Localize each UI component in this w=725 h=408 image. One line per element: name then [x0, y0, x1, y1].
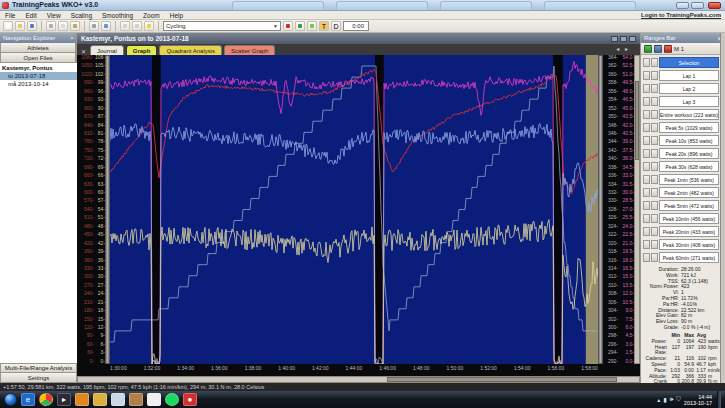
child-close-icon[interactable]	[629, 36, 636, 42]
range-color-cell[interactable]	[651, 149, 658, 158]
child-maximize-icon[interactable]	[620, 36, 627, 42]
tab-quadrant-analysis[interactable]: Quadrant Analysis	[159, 45, 222, 55]
menu-smoothing[interactable]: Smoothing	[97, 12, 138, 19]
range-color-cell[interactable]	[651, 71, 658, 80]
menu-scaling[interactable]: Scaling	[66, 12, 97, 19]
range-item-1[interactable]: Lap 1	[642, 69, 720, 82]
range-item-13[interactable]: Peak 20min (433 watts)	[642, 225, 720, 238]
range-item-11[interactable]: Peak 5min (472 watts)	[642, 199, 720, 212]
range-checkbox[interactable]	[643, 162, 650, 171]
horizontal-scrollbar[interactable]	[77, 376, 640, 383]
toolbar-display-D-button[interactable]: D	[331, 21, 341, 31]
menu-file[interactable]: File	[0, 12, 20, 19]
range-color-cell[interactable]	[651, 188, 658, 197]
range-checkbox[interactable]	[643, 214, 650, 223]
show-desktop-button[interactable]	[717, 391, 721, 408]
toolbar-delete-red-button[interactable]	[283, 21, 293, 31]
taskbar-icon-photo-viewer[interactable]	[111, 393, 125, 406]
range-color-cell[interactable]	[651, 123, 658, 132]
open-files-button[interactable]: Open Files	[0, 53, 76, 63]
range-color-cell[interactable]	[651, 136, 658, 145]
toolbar-chart-view-button[interactable]	[120, 21, 130, 31]
range-checkbox[interactable]	[643, 58, 650, 67]
toolbar-green-toggle-2-button[interactable]	[307, 21, 317, 31]
tab-scatter-graph[interactable]: Scatter Graph	[224, 45, 275, 55]
range-color-cell[interactable]	[651, 227, 658, 236]
range-color-cell[interactable]	[651, 110, 658, 119]
pin-icon[interactable]: ▪	[71, 35, 73, 41]
range-item-14[interactable]: Peak 30min (408 watts)	[642, 238, 720, 251]
login-link[interactable]: Login to TrainingPeaks.com	[641, 12, 721, 18]
workout-graph[interactable]	[110, 55, 598, 364]
toolbar-new-button[interactable]	[3, 21, 13, 31]
range-color-cell[interactable]	[651, 97, 658, 106]
ranges-scrollbar[interactable]	[720, 33, 725, 383]
time-spinner[interactable]: 0:00	[343, 21, 369, 31]
toolbar-paste-button[interactable]	[70, 21, 80, 31]
range-item-4[interactable]: Entire workout (223 watts)	[642, 108, 720, 121]
child-minimize-icon[interactable]	[611, 36, 618, 42]
multi-file-range-analysis-button[interactable]: Multi-File/Range Analysis	[0, 363, 77, 373]
range-checkbox[interactable]	[643, 201, 650, 210]
range-item-0[interactable]: Selection	[642, 56, 720, 69]
delete-range-icon[interactable]	[664, 45, 672, 53]
shield-icon[interactable]	[654, 45, 662, 53]
toolbar-help-button[interactable]	[144, 21, 154, 31]
settings-button[interactable]: Settings	[0, 373, 77, 383]
tray-expand-icon[interactable]: ▴	[657, 396, 660, 403]
range-color-cell[interactable]	[651, 214, 658, 223]
range-checkbox[interactable]	[643, 227, 650, 236]
range-item-2[interactable]: Lap 2	[642, 82, 720, 95]
athlete-name[interactable]: Kastemyr, Pontus	[0, 63, 77, 72]
range-checkbox[interactable]	[643, 253, 650, 262]
sport-selector[interactable]: Cycling▼	[163, 21, 281, 31]
battery-icon[interactable]: ▮	[663, 396, 666, 403]
background-browser-tab[interactable]	[440, 1, 532, 10]
taskbar-icon-internet-explorer[interactable]: e	[21, 393, 35, 406]
range-item-5[interactable]: Peak 5s (1029 watts)	[642, 121, 720, 134]
taskbar-icon-file-explorer[interactable]	[129, 393, 143, 406]
taskbar-icon-folder[interactable]	[93, 393, 107, 406]
range-checkbox[interactable]	[643, 136, 650, 145]
toolbar-copy-button[interactable]	[58, 21, 68, 31]
range-color-cell[interactable]	[651, 84, 658, 93]
range-color-cell[interactable]	[651, 201, 658, 210]
graph-scroll-arrows[interactable]: ◂ ▸	[616, 45, 630, 52]
taskbar-icon-maps-app[interactable]	[75, 393, 89, 406]
network-icon[interactable]: ⛉	[676, 396, 681, 403]
toolbar-open-button[interactable]	[15, 21, 25, 31]
range-color-cell[interactable]	[651, 240, 658, 249]
volume-icon[interactable]: 🕪	[670, 396, 674, 403]
file-item-0[interactable]: to 2013-07-18	[0, 72, 77, 80]
toolbar-report-view-button[interactable]	[132, 21, 142, 31]
toolbar-save-button[interactable]	[27, 21, 37, 31]
taskbar-icon-notepad[interactable]	[147, 393, 161, 406]
menu-zoom[interactable]: Zoom	[138, 12, 165, 19]
tab-graph[interactable]: Graph	[126, 45, 158, 55]
file-item-1[interactable]: må 2013-10-14	[0, 80, 77, 88]
range-item-7[interactable]: Peak 20s (896 watts)	[642, 147, 720, 160]
maximize-button[interactable]	[691, 2, 704, 9]
range-item-3[interactable]: Lap 3	[642, 95, 720, 108]
menu-help[interactable]: Help	[165, 12, 188, 19]
toolbar-print-button[interactable]	[89, 21, 99, 31]
taskbar-icon-media-player[interactable]: ▸	[57, 393, 71, 406]
close-button[interactable]	[708, 2, 721, 9]
range-checkbox[interactable]	[643, 240, 650, 249]
range-checkbox[interactable]	[643, 97, 650, 106]
range-checkbox[interactable]	[643, 149, 650, 158]
taskbar-icon-chrome[interactable]	[39, 393, 53, 406]
range-checkbox[interactable]	[643, 110, 650, 119]
toolbar-undo-button[interactable]	[101, 21, 111, 31]
range-checkbox[interactable]	[643, 84, 650, 93]
athletes-button[interactable]: Athletes	[0, 43, 76, 53]
menu-view[interactable]: View	[42, 12, 66, 19]
range-item-8[interactable]: Peak 30s (628 watts)	[642, 160, 720, 173]
range-color-cell[interactable]	[651, 58, 658, 67]
taskbar-icon-media-red[interactable]: ●	[183, 393, 197, 406]
range-item-10[interactable]: Peak 2min (482 watts)	[642, 186, 720, 199]
range-item-15[interactable]: Peak 60min (271 watts)	[642, 251, 720, 264]
toolbar-green-toggle-1-button[interactable]	[295, 21, 305, 31]
toolbar-cut-button[interactable]	[46, 21, 56, 31]
range-checkbox[interactable]	[643, 188, 650, 197]
